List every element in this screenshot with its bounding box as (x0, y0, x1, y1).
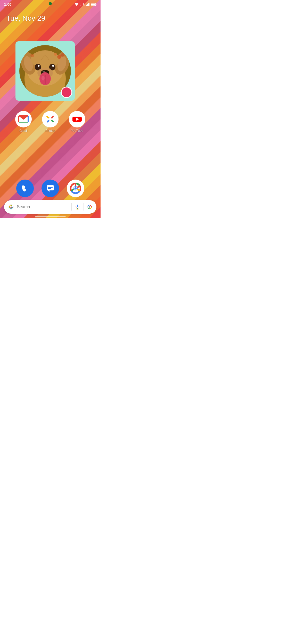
svg-rect-38 (48, 188, 51, 189)
phone-icon (21, 184, 29, 193)
gmail-label: Gmail (19, 129, 27, 133)
youtube-app[interactable]: YouTube (69, 111, 85, 133)
photos-logo (45, 114, 56, 125)
dog-photo-widget[interactable] (15, 41, 75, 101)
svg-point-24 (57, 55, 61, 59)
status-time: 1:00 (4, 2, 11, 6)
svg-point-0 (76, 5, 77, 6)
lens-search-icon[interactable] (87, 204, 92, 210)
messages-dock-icon[interactable] (42, 180, 59, 197)
search-divider (71, 203, 72, 211)
svg-point-44 (75, 187, 77, 190)
record-button[interactable] (61, 87, 72, 98)
camera-notch (49, 2, 52, 5)
svg-rect-48 (77, 205, 78, 207)
search-divider-2 (84, 203, 84, 211)
wifi-icon (75, 3, 79, 6)
gmail-m-icon (18, 115, 29, 123)
svg-point-18 (52, 65, 54, 67)
search-input[interactable] (17, 205, 68, 209)
dock (0, 180, 101, 197)
photos-icon-circle[interactable] (42, 111, 59, 127)
svg-point-26 (61, 53, 64, 57)
gmail-icon-circle[interactable] (15, 111, 32, 127)
svg-rect-37 (48, 187, 53, 188)
chrome-logo (70, 183, 81, 194)
svg-rect-35 (47, 185, 54, 190)
chrome-dock-icon[interactable] (67, 180, 84, 197)
svg-rect-2 (87, 4, 88, 6)
date-widget: Tue, Nov 29 (6, 14, 45, 22)
signal-icon (86, 3, 90, 6)
phone-dock-icon[interactable] (16, 180, 34, 197)
youtube-logo (71, 114, 83, 125)
svg-point-27 (30, 54, 34, 57)
svg-rect-7 (96, 4, 96, 5)
photos-app[interactable]: Photos (42, 111, 59, 133)
phone-screen: 1:00 LTE T (0, 0, 101, 218)
date-text: Tue, Nov 29 (6, 14, 45, 22)
svg-rect-3 (88, 3, 89, 6)
messages-icon (46, 184, 55, 193)
svg-marker-36 (48, 190, 50, 192)
lte-icon: LTE (80, 3, 85, 6)
gmail-app[interactable]: Gmail (15, 111, 32, 133)
voice-search-icon[interactable] (75, 204, 80, 210)
youtube-label: YouTube (71, 129, 83, 133)
app-icons-row: Gmail Photos (0, 111, 101, 133)
search-bar[interactable]: G G (4, 200, 96, 214)
status-icons: LTE (75, 3, 96, 6)
youtube-icon-circle[interactable] (69, 111, 85, 127)
svg-point-17 (38, 65, 40, 67)
svg-rect-4 (89, 3, 90, 6)
battery-icon (91, 3, 96, 6)
svg-rect-1 (86, 5, 87, 6)
svg-rect-6 (91, 4, 95, 5)
svg-point-52 (89, 206, 90, 207)
google-g-icon: G G (8, 204, 14, 210)
home-indicator (35, 216, 66, 217)
svg-point-23 (42, 76, 45, 81)
photos-label: Photos (45, 129, 55, 133)
svg-point-32 (49, 118, 52, 121)
svg-point-25 (54, 53, 57, 56)
